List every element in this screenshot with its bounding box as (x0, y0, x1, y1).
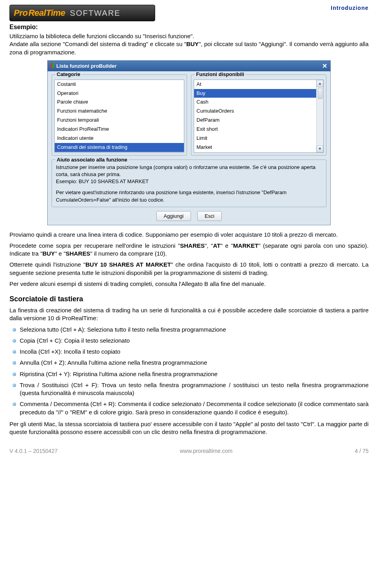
intro-buy-bold: BUY (186, 41, 199, 47)
help-fieldset: Aiuto associato alla funzione Istruzione… (52, 160, 326, 207)
logo: ProRealTime SOFTWARE (9, 5, 155, 21)
help-text-1: Istruzione per inserire una posizione lu… (56, 164, 322, 178)
scroll-thumb[interactable] (318, 88, 322, 99)
shortcuts-list: Seleziona tutto (Ctrl + A): Seleziona tu… (9, 326, 369, 416)
category-item[interactable]: Parole chiave (55, 98, 184, 107)
functions-listbox[interactable]: AtBuyCashCumulateOrdersDefParamExit shor… (194, 80, 324, 153)
shortcut-item: Copia (Ctrl + C): Copia il testo selezio… (9, 337, 369, 345)
functions-label: Funzioni disponibili (195, 71, 246, 77)
function-item[interactable]: DefParam (194, 116, 316, 125)
shortcut-item: Trova / Sostituisci (Ctrl + F): Trova un… (9, 381, 369, 397)
candlestick-icon (51, 63, 54, 69)
footer-version: V 4.0.1 – 20150427 (9, 448, 57, 454)
intro-paragraph: Utilizziamo la biblioteca delle funzioni… (9, 32, 369, 56)
function-item[interactable]: At (194, 80, 316, 89)
shortcut-item: Seleziona tutto (Ctrl + A): Seleziona tu… (9, 326, 369, 334)
page-section-label: Introduzione (331, 5, 369, 11)
exit-button[interactable]: Esci (197, 211, 222, 221)
shortcut-item: Ripristina (Ctrl + Y): Ripristina l'ulti… (9, 370, 369, 378)
logo-software-text: SOFTWARE (70, 9, 121, 18)
function-item[interactable]: Market (194, 143, 316, 152)
function-item[interactable]: CumulateOrders (194, 107, 316, 116)
categories-listbox[interactable]: CostantiOperatoriParole chiaveFunzioni m… (54, 80, 184, 153)
logo-pro-text: Pro (14, 8, 28, 18)
shortcuts-intro: La finestra di creazione del sistema di … (9, 306, 369, 323)
category-item[interactable]: Operatori (55, 89, 184, 98)
function-list-dialog: Lista funzioni proBuilder ✕ Categorie Co… (47, 60, 331, 225)
scrollbar[interactable]: ▲ ▼ (316, 80, 323, 152)
paragraph-create-line: Proviamo quindi a creare una linea inter… (9, 231, 369, 239)
help-text-2: Per vietare quest'istruzione rinforzando… (56, 189, 322, 203)
intro-line1: Utilizziamo la biblioteca delle funzioni… (9, 33, 194, 39)
page-footer: V 4.0.1 – 20150427 www.prorealtime.com 4… (9, 448, 369, 454)
intro-line2a: Andate alla sezione "Comandi del sistema… (9, 41, 186, 47)
function-item[interactable]: Buy (194, 89, 316, 98)
category-item[interactable]: Comandi del sistema di trading (55, 143, 184, 152)
scroll-down-icon[interactable]: ▼ (317, 145, 323, 152)
category-item[interactable]: Indicatori utente (55, 134, 184, 143)
function-item[interactable]: Limit (194, 134, 316, 143)
paragraph-result: Otterrete quindi l'istruzione "BUY 10 SH… (9, 261, 369, 277)
function-item[interactable]: Cash (194, 98, 316, 107)
categories-label: Categorie (55, 71, 82, 77)
dialog-titlebar: Lista funzioni proBuilder ✕ (48, 61, 330, 71)
shortcut-item: Incolla (Ctrl +X): Incolla il testo copi… (9, 348, 369, 356)
help-label: Aiuto associato alla funzione (55, 156, 129, 163)
footer-url: www.prorealtime.com (180, 448, 233, 454)
scroll-up-icon[interactable]: ▲ (317, 80, 323, 87)
category-item[interactable]: Funzioni matematiche (55, 107, 184, 116)
paragraph-instructions: Procedete come sopra per recuperare nell… (9, 242, 369, 258)
footer-page: 4 / 75 (355, 448, 369, 454)
category-item[interactable]: Indicatori ProRealTime (55, 125, 184, 134)
category-item[interactable]: Costanti (55, 80, 184, 89)
function-item[interactable]: Exit short (194, 125, 316, 134)
category-item[interactable]: Funzioni temporali (55, 116, 184, 125)
example-heading: Esempio: (9, 24, 369, 31)
function-item[interactable]: Next bar open (194, 152, 316, 153)
functions-fieldset: Funzioni disponibili AtBuyCashCumulateOr… (191, 74, 326, 156)
shortcuts-heading: Scorciatoie di tastiera (9, 295, 369, 303)
categories-fieldset: Categorie CostantiOperatoriParole chiave… (52, 74, 187, 156)
add-button[interactable]: Aggiungi (156, 211, 191, 221)
help-example: Esempio: BUY 10 SHARES AT MARKET (56, 178, 322, 185)
shortcuts-outro: Per gli utenti Mac, la stessa scorciatoi… (9, 420, 369, 436)
paragraph-examples: Per vedere alcuni esempi di sistemi di t… (9, 280, 369, 288)
category-item[interactable]: Variabili del sistema di trading (55, 152, 184, 153)
dialog-title-text: Lista funzioni proBuilder (56, 63, 117, 69)
shortcut-item: Annulla (Ctrl + Z): Annulla l'ultima azi… (9, 359, 369, 367)
close-icon[interactable]: ✕ (322, 62, 327, 70)
logo-realtime-text: RealTime (28, 8, 65, 18)
shortcut-item: Commenta / Decommenta (Ctrl + R): Commen… (9, 400, 369, 416)
